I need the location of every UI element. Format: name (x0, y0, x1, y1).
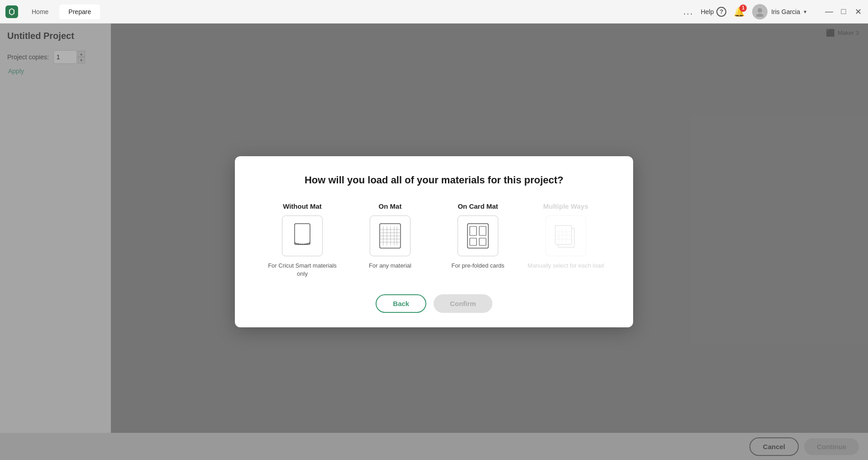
svg-rect-17 (470, 226, 477, 235)
maximize-button[interactable]: □ (839, 7, 848, 16)
help-button[interactable]: Help ? (701, 7, 726, 17)
option-multiple-ways[interactable]: Multiple Ways (527, 202, 604, 278)
multiple-ways-label: Multiple Ways (543, 202, 588, 210)
svg-rect-22 (555, 225, 572, 244)
help-label: Help (701, 8, 714, 15)
svg-rect-20 (479, 238, 486, 245)
chevron-down-icon: ▾ (804, 9, 806, 15)
modal-overlay: How will you load all of your materials … (0, 24, 868, 460)
without-mat-label: Without Mat (283, 202, 322, 210)
user-name: Iris Garcia (771, 8, 800, 15)
without-mat-image (282, 216, 323, 256)
modal-title: How will you load all of your materials … (253, 174, 615, 186)
on-card-mat-image (458, 216, 498, 256)
help-circle-icon: ? (716, 7, 726, 17)
on-card-mat-label: On Card Mat (458, 202, 498, 210)
back-button[interactable]: Back (376, 294, 426, 313)
confirm-button[interactable]: Confirm (434, 294, 492, 313)
notification-button[interactable]: 🔔 1 (734, 6, 745, 17)
option-on-card-mat[interactable]: On Card Mat For pre-folded cards (439, 202, 516, 278)
svg-point-1 (758, 8, 762, 13)
window-controls: — □ ✕ (825, 7, 863, 17)
modal-options: Without Mat For Cricut Smart materials o… (253, 202, 615, 278)
more-options-icon[interactable]: ... (683, 6, 694, 17)
app-logo (5, 5, 18, 18)
close-button[interactable]: ✕ (854, 7, 863, 17)
svg-point-2 (756, 14, 763, 17)
main-background: Untitled Project Project copies: ▲ ▼ App… (0, 24, 868, 460)
multiple-ways-image (545, 216, 586, 256)
prepare-tab[interactable]: Prepare (59, 5, 100, 19)
svg-rect-19 (470, 238, 477, 245)
on-card-mat-desc: For pre-folded cards (451, 262, 504, 270)
user-area[interactable]: Iris Garcia ▾ (752, 4, 806, 19)
on-mat-label: On Mat (379, 202, 402, 210)
notification-badge: 1 (739, 5, 747, 12)
title-bar: Home Prepare ... Help ? 🔔 1 Iris Garcia … (0, 0, 868, 24)
title-bar-left: Home Prepare (5, 5, 100, 19)
on-mat-desc: For any material (369, 262, 411, 270)
avatar (752, 4, 768, 19)
without-mat-desc: For Cricut Smart materials only (264, 262, 341, 278)
multiple-ways-desc: Manually select for each load (528, 262, 604, 270)
home-tab[interactable]: Home (23, 5, 57, 19)
option-on-mat[interactable]: On Mat (352, 202, 429, 278)
modal-footer: Back Confirm (253, 294, 615, 313)
on-mat-image (370, 216, 410, 256)
minimize-button[interactable]: — (825, 7, 834, 16)
modal-dialog: How will you load all of your materials … (235, 156, 633, 327)
title-bar-right: ... Help ? 🔔 1 Iris Garcia ▾ — □ ✕ (683, 4, 863, 19)
option-without-mat[interactable]: Without Mat For Cricut Smart materials o… (264, 202, 341, 278)
svg-rect-18 (479, 226, 486, 235)
svg-rect-3 (295, 224, 310, 244)
